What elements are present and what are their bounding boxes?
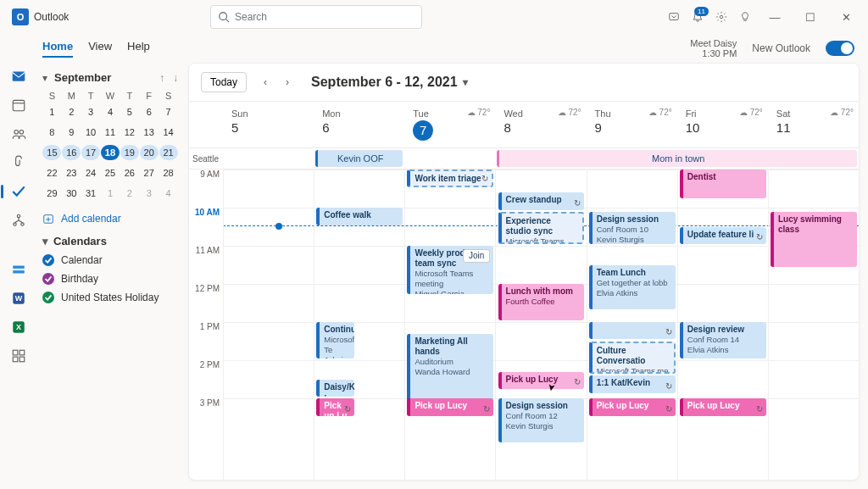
mini-day[interactable]: 24 [81, 165, 100, 181]
calendar-event[interactable]: Design sessionConf Room 12Kevin Sturgis [498, 398, 585, 442]
maximize-button[interactable]: ☐ [798, 11, 822, 23]
mini-day[interactable]: 14 [159, 125, 178, 140]
mini-day[interactable]: 1 [42, 104, 61, 119]
mini-day[interactable]: 15 [42, 145, 61, 160]
calendar-event[interactable]: Lunch with momFourth Coffee [498, 284, 585, 320]
tab-home[interactable]: Home [42, 40, 73, 58]
calendar-event[interactable]: Design reviewConf Room 14Elvia Atkins [680, 322, 766, 358]
mini-day[interactable]: 12 [120, 125, 139, 140]
mini-day[interactable]: 28 [159, 165, 178, 181]
calendar-event[interactable]: Crew standup↻ [498, 192, 585, 210]
join-button[interactable]: Join [463, 249, 490, 263]
mini-day[interactable]: 3 [81, 104, 100, 119]
calendar-event[interactable]: Culture ConversatioMicrosoft Teams meDai… [589, 342, 676, 375]
day-header[interactable]: Thu9☁ 72° [587, 105, 677, 142]
day-header[interactable]: Wed8☁ 72° [495, 105, 586, 142]
mini-day[interactable]: 1 [101, 186, 120, 201]
mini-day[interactable]: 26 [120, 165, 139, 181]
mini-day[interactable]: 17 [81, 145, 100, 160]
notifications-button[interactable]: 11 [692, 11, 704, 23]
rail-people[interactable] [10, 125, 27, 142]
prev-week-button[interactable]: ‹ [257, 73, 274, 92]
calendar-list-item[interactable]: Calendar [42, 254, 178, 266]
rail-org[interactable] [10, 212, 27, 229]
mini-day[interactable]: 31 [81, 186, 100, 201]
calendar-event[interactable]: Dentist [680, 169, 766, 198]
calendar-event[interactable]: Design sessionConf Room 10Kevin Sturgis [589, 212, 676, 245]
calendar-checkbox[interactable] [42, 292, 54, 303]
mini-day[interactable]: 5 [120, 104, 139, 119]
mini-day[interactable]: 6 [140, 104, 159, 119]
mini-day[interactable]: 19 [120, 145, 139, 160]
tab-help[interactable]: Help [127, 40, 150, 58]
mini-prev-month[interactable]: ↑ [159, 72, 164, 84]
calendar-event[interactable]: Pick up Lucy↻ [589, 398, 676, 416]
allday-event[interactable]: Mom in town [497, 150, 857, 167]
calendar-event[interactable]: Daisy/Kat : [316, 380, 354, 397]
rail-mail[interactable] [10, 68, 27, 85]
day-header[interactable]: Sun5 [223, 105, 314, 142]
mini-day[interactable]: 20 [140, 145, 159, 160]
calendar-event[interactable]: Marketing All handsAuditoriumWanda Howar… [407, 334, 493, 408]
day-header[interactable]: Fri10☁ 72° [677, 105, 768, 142]
new-outlook-toggle[interactable] [826, 41, 854, 56]
rail-todo[interactable] [10, 183, 27, 200]
mini-day[interactable]: 25 [101, 165, 120, 181]
ribbon-display-icon[interactable] [668, 11, 680, 23]
mini-day[interactable]: 3 [140, 186, 159, 201]
mini-day[interactable]: 2 [62, 104, 81, 119]
mini-day[interactable]: 22 [42, 165, 61, 181]
rail-files[interactable] [10, 154, 27, 171]
date-range[interactable]: September 6 - 12, 2021 ▾ [311, 75, 468, 90]
day-header[interactable]: Sat11☁ 72° [768, 105, 859, 142]
mini-next-month[interactable]: ↓ [173, 72, 178, 84]
calendar-event[interactable]: Weekly product team syncMicrosoft Teams … [407, 246, 493, 294]
calendar-event[interactable]: Update feature li↻ [680, 227, 766, 245]
calendar-event[interactable]: ↻ [589, 322, 676, 339]
calendar-event[interactable]: Pick up Lucy↻ [407, 398, 493, 416]
mini-day[interactable]: 18 [101, 145, 120, 160]
close-button[interactable]: ✕ [834, 11, 858, 23]
day-header[interactable]: Mon6 [314, 105, 404, 142]
calendar-checkbox[interactable] [42, 273, 54, 285]
up-next[interactable]: Meet Daisy 1:30 PM [690, 38, 737, 58]
calendar-event[interactable]: 1:1 Kat/Kevin↻ [589, 375, 676, 393]
mini-day[interactable]: 9 [62, 125, 81, 140]
mini-day[interactable]: 30 [62, 186, 81, 201]
search-input[interactable]: Search [210, 5, 422, 29]
mini-day[interactable]: 29 [42, 186, 61, 201]
calendar-event[interactable]: ContinuingMicrosoft TeJohnie McC [316, 322, 354, 358]
calendar-event[interactable]: Pick up Lu↻ [316, 398, 354, 416]
mini-day[interactable]: 27 [140, 165, 159, 181]
day-header[interactable]: Tue7☁ 72° [404, 105, 495, 142]
tips-icon[interactable] [739, 11, 751, 23]
mini-day[interactable]: 16 [62, 145, 81, 160]
calendar-checkbox[interactable] [42, 254, 54, 266]
mini-day[interactable]: 23 [62, 165, 81, 181]
calendar-event[interactable]: Pick up Lucy↻ [680, 398, 766, 416]
calendar-list-item[interactable]: Birthday [42, 273, 178, 285]
calendar-event[interactable]: Work item triage↻ [407, 169, 493, 187]
mini-calendar[interactable]: SMTWTFS 12345678910111213141516171819202… [42, 91, 178, 201]
add-calendar-button[interactable]: Add calendar [42, 213, 178, 225]
calendar-event[interactable]: Lucy swimming class [771, 212, 857, 268]
rail-excel-icon[interactable]: X [10, 319, 27, 336]
mini-day[interactable]: 10 [81, 125, 100, 140]
mini-day[interactable]: 13 [140, 125, 159, 140]
minimize-button[interactable]: — [763, 11, 787, 23]
calendar-list-item[interactable]: United States Holiday [42, 292, 178, 303]
calendar-event[interactable]: Pick up Lucy↻ [498, 372, 585, 390]
rail-word-icon[interactable]: W [10, 290, 27, 307]
rail-app-1[interactable] [10, 261, 27, 278]
mini-day[interactable]: 11 [101, 125, 120, 140]
calendar-event[interactable]: Experience studio syncMicrosoft Teams me… [498, 212, 585, 245]
calendars-section-header[interactable]: ▾ Calendars [42, 235, 178, 247]
settings-icon[interactable] [715, 11, 727, 23]
mini-day[interactable]: 4 [159, 186, 178, 201]
today-button[interactable]: Today [201, 72, 247, 92]
mini-day[interactable]: 4 [101, 104, 120, 119]
calendar-event[interactable]: Team LunchGet together at lobbElvia Atki… [589, 265, 676, 309]
mini-day[interactable]: 21 [159, 145, 178, 160]
next-week-button[interactable]: › [279, 73, 296, 92]
rail-calendar[interactable] [10, 97, 27, 114]
